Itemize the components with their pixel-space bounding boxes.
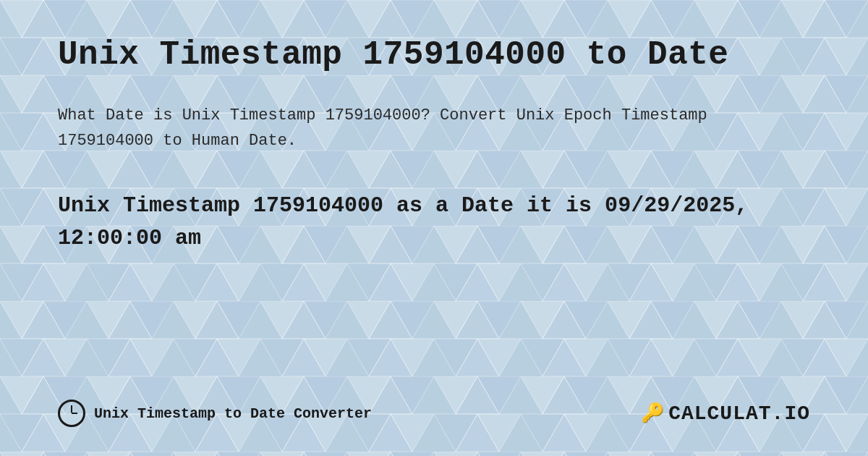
result-text: Unix Timestamp 1759104000 as a Date it i… [58,190,810,255]
result-section: Unix Timestamp 1759104000 as a Date it i… [58,190,810,255]
logo-icon: 🔑 [641,402,664,425]
description-text: What Date is Unix Timestamp 1759104000? … [58,103,709,153]
footer-left: Unix Timestamp to Date Converter [58,400,372,427]
logo-text: CALCULAT.IO [668,402,810,425]
footer: Unix Timestamp to Date Converter 🔑 CALCU… [58,385,810,427]
footer-label: Unix Timestamp to Date Converter [94,405,372,422]
site-logo: 🔑 CALCULAT.IO [641,402,810,425]
clock-icon [58,400,85,427]
page-title: Unix Timestamp 1759104000 to Date [58,36,810,74]
